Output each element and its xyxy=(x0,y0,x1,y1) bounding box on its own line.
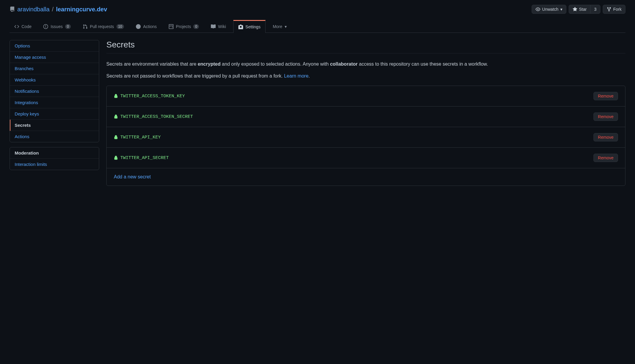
tab-actions[interactable]: Actions xyxy=(131,20,162,33)
tab-settings-label: Settings xyxy=(246,24,261,29)
lock-icon xyxy=(114,115,118,119)
issue-icon xyxy=(43,24,48,29)
add-secret-link[interactable]: Add a new secret xyxy=(114,174,151,179)
sidebar-item-secrets: Secrets xyxy=(10,120,99,131)
tab-issues-label: Issues xyxy=(50,24,62,29)
lock-icon xyxy=(114,135,118,139)
repo-icon xyxy=(10,7,15,12)
tab-issues[interactable]: Issues 0 xyxy=(39,20,75,33)
remove-button[interactable]: Remove xyxy=(593,112,618,121)
sidebar-item-branches[interactable]: Branches xyxy=(10,63,99,74)
remove-button[interactable]: Remove xyxy=(593,133,618,141)
pulls-count: 10 xyxy=(116,24,124,29)
play-icon xyxy=(136,24,141,29)
sidebar-item-deploy-keys[interactable]: Deploy keys xyxy=(10,108,99,120)
sidebar-item-manage-access[interactable]: Manage access xyxy=(10,52,99,63)
learn-more-link[interactable]: Learn more xyxy=(284,73,309,78)
repo-tabs: Code Issues 0 Pull requests 10 Actions P… xyxy=(10,20,625,33)
issues-count: 0 xyxy=(65,24,71,29)
secrets-list: TWITTER_ACCESS_TOKEN_KEY Remove TWITTER_… xyxy=(106,86,625,186)
secrets-description-2: Secrets are not passed to workflows that… xyxy=(106,73,625,80)
projects-count: 0 xyxy=(193,24,199,29)
sidebar-item-options[interactable]: Options xyxy=(10,40,99,52)
remove-button[interactable]: Remove xyxy=(593,92,618,100)
tab-pulls-label: Pull requests xyxy=(90,24,114,29)
settings-menu: Options Manage access Branches Webhooks … xyxy=(10,40,99,142)
tab-projects-label: Projects xyxy=(176,24,191,29)
tab-wiki-label: Wiki xyxy=(218,24,226,29)
star-count[interactable]: 3 xyxy=(590,5,600,13)
secret-row: TWITTER_ACCESS_TOKEN_KEY Remove xyxy=(107,86,625,107)
moderation-menu: Moderation Interaction limits xyxy=(10,147,99,170)
tab-actions-label: Actions xyxy=(143,24,157,29)
secret-name-label: TWITTER_API_KEY xyxy=(120,135,161,140)
code-icon xyxy=(14,24,19,29)
remove-button[interactable]: Remove xyxy=(593,154,618,162)
tab-settings[interactable]: Settings xyxy=(233,20,266,33)
project-icon xyxy=(169,24,174,29)
secret-name-label: TWITTER_API_SECRET xyxy=(120,155,169,161)
repo-breadcrumb: aravindballa / learningcurve.dev xyxy=(10,6,107,13)
book-icon xyxy=(211,24,216,29)
gear-icon xyxy=(238,24,243,29)
star-label: Star xyxy=(579,7,587,12)
secret-name-label: TWITTER_ACCESS_TOKEN_SECRET xyxy=(120,114,193,119)
fork-icon xyxy=(607,7,611,12)
sidebar-item-actions[interactable]: Actions xyxy=(10,131,99,142)
page-title: Secrets xyxy=(106,40,625,53)
lock-icon xyxy=(114,156,118,160)
unwatch-button[interactable]: Unwatch ▾ xyxy=(532,5,566,14)
sidebar-item-integrations[interactable]: Integrations xyxy=(10,97,99,108)
sidebar-item-webhooks[interactable]: Webhooks xyxy=(10,74,99,86)
secret-name-label: TWITTER_ACCESS_TOKEN_KEY xyxy=(120,94,185,99)
repo-name-link[interactable]: learningcurve.dev xyxy=(56,6,107,13)
repo-owner-link[interactable]: aravindballa xyxy=(17,6,50,13)
sidebar-item-interaction-limits[interactable]: Interaction limits xyxy=(10,159,99,170)
secrets-description-1: Secrets are environment variables that a… xyxy=(106,61,625,68)
fork-label: Fork xyxy=(613,7,622,12)
tab-code[interactable]: Code xyxy=(10,20,36,33)
tab-more-label: More xyxy=(273,24,282,29)
breadcrumb-separator: / xyxy=(52,6,54,13)
tab-wiki[interactable]: Wiki xyxy=(206,20,231,33)
sidebar-item-notifications[interactable]: Notifications xyxy=(10,86,99,97)
tab-pulls[interactable]: Pull requests 10 xyxy=(78,20,129,33)
tab-more[interactable]: More ▾ xyxy=(268,20,292,33)
secret-row: TWITTER_ACCESS_TOKEN_SECRET Remove xyxy=(107,107,625,127)
tab-projects[interactable]: Projects 0 xyxy=(164,20,204,33)
secret-row: TWITTER_API_KEY Remove xyxy=(107,127,625,148)
pull-request-icon xyxy=(83,24,88,29)
eye-icon xyxy=(536,7,540,12)
star-button[interactable]: Star 3 xyxy=(569,5,600,14)
caret-down-icon: ▾ xyxy=(560,7,562,12)
star-icon xyxy=(573,7,577,12)
moderation-heading: Moderation xyxy=(10,147,99,159)
tab-code-label: Code xyxy=(22,24,31,29)
fork-button[interactable]: Fork xyxy=(603,5,625,14)
secret-row: TWITTER_API_SECRET Remove xyxy=(107,148,625,168)
unwatch-label: Unwatch xyxy=(542,7,558,12)
lock-icon xyxy=(114,94,118,98)
caret-down-icon: ▾ xyxy=(285,24,287,29)
